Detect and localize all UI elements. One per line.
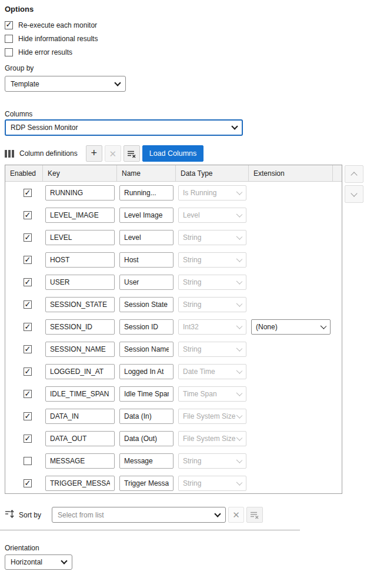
sort-by-select[interactable]: Select from list [52,507,226,523]
sort-icon [5,509,15,519]
check-icon: ✓ [6,21,12,28]
reexecute-checkbox[interactable]: ✓ [5,21,13,29]
clear-sort-button[interactable]: ✕ [228,507,244,523]
clear-columns-button[interactable] [124,145,140,162]
key-input[interactable] [45,386,115,402]
extension-select[interactable]: (None) [251,319,331,335]
data-type-select[interactable]: Date Time [178,364,246,379]
table-header-row: Enabled Key Name Data Type Extension [5,165,342,182]
key-input[interactable] [45,275,115,290]
row-enabled-checkbox[interactable]: ✓ [24,479,32,487]
data-type-select[interactable]: String [178,275,246,290]
table-row: ✓ String [5,226,342,249]
chevron-down-icon [236,278,243,285]
check-icon: ✓ [25,435,31,442]
data-type-select[interactable]: Level [178,208,246,223]
header-data-type[interactable]: Data Type [176,165,249,181]
clear-list-icon [250,510,259,519]
row-enabled-checkbox[interactable]: ✓ [24,457,32,465]
clear-sort-list-button[interactable] [246,507,263,523]
data-type-select[interactable]: String [178,453,246,469]
row-enabled-checkbox[interactable]: ✓ [24,300,32,309]
check-icon: ✓ [25,479,31,487]
name-input[interactable] [119,431,174,446]
check-icon: ✓ [25,390,31,397]
header-key[interactable]: Key [43,165,117,181]
key-input[interactable] [45,208,115,223]
row-enabled-checkbox[interactable]: ✓ [24,211,32,219]
name-input[interactable] [119,319,174,335]
name-input[interactable] [119,185,174,201]
table-row: ✓ String [5,293,342,316]
name-input[interactable] [119,409,174,424]
name-input[interactable] [119,342,174,357]
row-enabled-checkbox[interactable]: ✓ [24,278,32,286]
scroll-up-button[interactable] [345,165,363,183]
key-input[interactable] [45,185,115,201]
name-input[interactable] [119,252,174,268]
key-input[interactable] [45,342,115,357]
name-input[interactable] [119,208,174,223]
load-columns-button[interactable]: Load Columns [142,145,204,162]
chevron-down-icon [236,189,243,195]
data-type-select[interactable]: String [178,252,246,268]
data-type-select[interactable]: File System Size [178,409,246,424]
hide-informational-checkbox[interactable]: ✓ [5,35,13,43]
data-type-select[interactable]: String [178,476,246,491]
name-input[interactable] [119,386,174,402]
check-icon: ✓ [25,345,31,353]
row-enabled-checkbox[interactable]: ✓ [24,345,32,353]
scroll-down-button[interactable] [345,185,363,203]
header-enabled[interactable]: Enabled [5,165,43,181]
orientation-select[interactable]: Horizontal [5,554,72,570]
name-input[interactable] [119,297,174,312]
check-icon: ✓ [25,323,31,330]
key-input[interactable] [45,476,115,491]
key-input[interactable] [45,297,115,312]
key-input[interactable] [45,453,115,469]
check-icon: ✓ [25,368,31,375]
key-input[interactable] [45,409,115,424]
data-type-select[interactable]: Is Running [178,185,246,201]
data-type-value: Is Running [183,189,237,197]
data-type-select[interactable]: Int32 [178,319,246,335]
group-by-select[interactable]: Template [5,76,126,92]
key-input[interactable] [45,431,115,446]
key-input[interactable] [45,319,115,335]
options-heading: Options [5,5,34,14]
row-enabled-checkbox[interactable]: ✓ [24,435,32,443]
key-input[interactable] [45,252,115,268]
header-name[interactable]: Name [117,165,176,181]
row-enabled-checkbox[interactable]: ✓ [24,368,32,376]
row-enabled-checkbox[interactable]: ✓ [24,323,32,331]
delete-column-button[interactable]: ✕ [105,145,121,162]
data-type-select[interactable]: Time Span [178,386,246,402]
row-enabled-checkbox[interactable]: ✓ [24,412,32,420]
row-enabled-checkbox[interactable]: ✓ [24,189,32,197]
name-input[interactable] [119,275,174,290]
hide-error-checkbox[interactable]: ✓ [5,48,13,56]
add-column-button[interactable]: + [86,145,102,162]
reexecute-checkbox-label: Re-execute each monitor [18,21,97,29]
header-extension[interactable]: Extension [249,165,333,181]
data-type-select[interactable]: String [178,342,246,357]
data-type-value: String [183,256,237,264]
chevron-down-icon [236,412,243,419]
name-input[interactable] [119,364,174,379]
row-enabled-checkbox[interactable]: ✓ [24,233,32,242]
header-filler [333,165,342,181]
name-input[interactable] [119,476,174,491]
row-enabled-checkbox[interactable]: ✓ [24,390,32,398]
data-type-select[interactable]: String [178,297,246,312]
data-type-select[interactable]: File System Size [178,431,246,446]
columns-select[interactable]: RDP Session Monitor [5,119,243,136]
row-enabled-checkbox[interactable]: ✓ [24,256,32,264]
key-input[interactable] [45,230,115,245]
chevron-down-icon [236,300,243,307]
data-type-value: String [183,300,237,309]
table-row: ✓ Int32 (None) [5,316,342,338]
name-input[interactable] [119,230,174,245]
data-type-select[interactable]: String [178,230,246,245]
name-input[interactable] [119,453,174,469]
key-input[interactable] [45,364,115,379]
